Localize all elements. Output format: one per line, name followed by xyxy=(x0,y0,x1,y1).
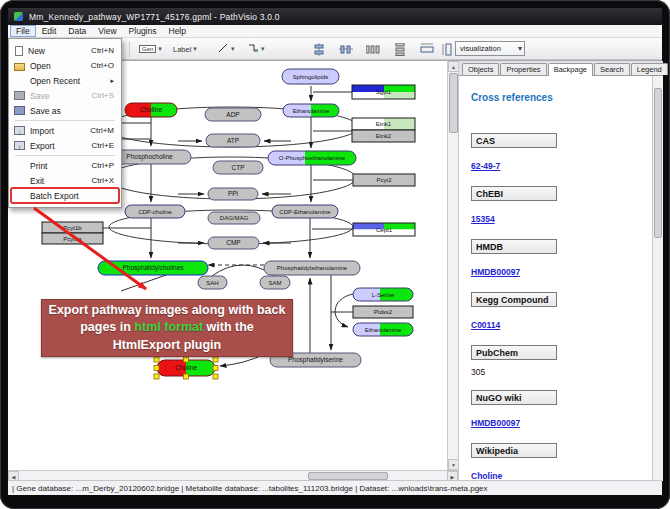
file-menu-item-new[interactable]: NewCtrl+N xyxy=(11,43,119,58)
menu-item-label: Open Recent xyxy=(30,76,100,86)
selection-handle[interactable] xyxy=(213,374,218,379)
pathway-node-sgpl1[interactable]: Sgpl1 xyxy=(352,85,415,99)
xref-link[interactable]: 15354 xyxy=(471,214,495,224)
xref-link[interactable]: HMDB00097 xyxy=(471,267,520,277)
pathway-node-o-phosphoethanolamine[interactable]: O-Phosphoethanolamine xyxy=(268,151,356,165)
file-menu-item-open-recent[interactable]: Open Recent▸ xyxy=(11,73,119,88)
saveas-icon xyxy=(14,106,25,115)
toolbar-separator xyxy=(129,41,130,57)
pathway-node-cept1[interactable]: Cept1 xyxy=(353,223,415,236)
distribute-horizontal-button[interactable] xyxy=(362,41,384,58)
open-icon xyxy=(14,63,25,71)
add-label-button[interactable]: Label xyxy=(170,41,200,57)
selection-handle[interactable] xyxy=(184,357,189,362)
menu-edit[interactable]: Edit xyxy=(36,25,63,37)
xref-link[interactable]: C00114 xyxy=(471,320,500,330)
file-menu-item-print[interactable]: PrintCtrl+P xyxy=(11,158,119,173)
pathway-node-sah[interactable]: SAH xyxy=(198,276,227,289)
selection-handle[interactable] xyxy=(154,357,159,362)
tab-backpage[interactable]: Backpage xyxy=(548,63,593,76)
node-label: Pcyt2 xyxy=(376,177,392,183)
selection-handle[interactable] xyxy=(154,374,159,379)
menu-item-label: Save as xyxy=(30,106,108,116)
menu-data[interactable]: Data xyxy=(62,25,92,37)
file-menu-item-batch-export[interactable]: Batch Export xyxy=(11,188,119,203)
pathway-node-sphingolipids[interactable]: Sphingolipids xyxy=(282,69,339,84)
file-menu-item-save[interactable]: SaveCtrl+S xyxy=(11,88,119,103)
panel-scroll-thumb[interactable] xyxy=(654,88,662,238)
pathway-node-ctp[interactable]: CTP xyxy=(213,161,263,174)
pathway-node-pcyt1b[interactable]: Pcyt1b xyxy=(42,222,103,233)
visualization-combobox[interactable]: visualization xyxy=(455,41,525,56)
pathway-node-adp[interactable]: ADP xyxy=(205,108,261,121)
pathway-node-dag-mag[interactable]: DAG/MAG xyxy=(208,212,260,224)
node-label: SAM xyxy=(268,280,281,286)
menu-item-label: Open xyxy=(30,61,85,71)
vscroll-thumb[interactable] xyxy=(449,73,458,133)
pathway-node-phosphatidylcholines[interactable]: Phosphatidylcholines xyxy=(98,261,208,275)
pathway-node-ptdss2[interactable]: Ptdss2 xyxy=(353,306,413,318)
menu-plugins[interactable]: Plugins xyxy=(123,25,163,37)
tab-search[interactable]: Search xyxy=(594,63,630,75)
selection-handle[interactable] xyxy=(213,366,218,371)
align-center-y-button[interactable] xyxy=(335,41,357,58)
canvas-vertical-scrollbar[interactable]: ▲ ▼ xyxy=(447,60,458,470)
pathway-node-sam[interactable]: SAM xyxy=(260,276,290,289)
xref-source-header: ChEBI xyxy=(471,186,557,201)
menu-file[interactable]: File xyxy=(10,25,36,37)
node-label: Pcyt1a xyxy=(63,236,82,242)
panel-scrollbar[interactable] xyxy=(652,76,663,481)
pathway-node-ethanolamine-top[interactable]: Ethanolamine xyxy=(283,104,339,117)
common-width-button[interactable] xyxy=(416,41,438,58)
file-menu-item-import[interactable]: ImportCtrl+M xyxy=(11,123,119,138)
pathway-node-pcyt2[interactable]: Pcyt2 xyxy=(353,174,415,186)
draw-line-button[interactable] xyxy=(214,41,238,57)
pathway-node-choline-selected[interactable]: Choline xyxy=(154,357,218,379)
xref-link[interactable]: 62-49-7 xyxy=(471,161,500,171)
file-menu-item-save-as[interactable]: Save as xyxy=(11,103,119,118)
file-menu-item-export[interactable]: ExportCtrl+E xyxy=(11,138,119,153)
menu-view[interactable]: View xyxy=(92,25,122,37)
node-label: CDP-Ethanolamine xyxy=(279,209,331,215)
align-center-x-button[interactable] xyxy=(308,41,330,58)
pathway-node-cdp-choline[interactable]: CDP-choline xyxy=(125,205,185,218)
pathway-node-ethanolamine-bottom[interactable]: Ethanolamine xyxy=(353,323,413,336)
menu-help[interactable]: Help xyxy=(163,25,192,37)
pathway-node-ppi[interactable]: PPi xyxy=(208,188,258,200)
node-label: SAH xyxy=(206,280,218,286)
pathway-node-atp[interactable]: ATP xyxy=(206,134,260,147)
menu-item-shortcut: Ctrl+P xyxy=(92,161,114,170)
file-menu-item-exit[interactable]: ExitCtrl+X xyxy=(11,173,119,188)
file-menu-item-open[interactable]: OpenCtrl+O xyxy=(11,58,119,73)
canvas-horizontal-scrollbar[interactable]: ◀ ▶ xyxy=(8,470,458,480)
distribute-vertical-button[interactable] xyxy=(389,41,411,58)
pathway-node-cdp-ethanolamine[interactable]: CDP-Ethanolamine xyxy=(272,205,338,218)
blank-icon xyxy=(14,176,25,186)
add-gene-datanode-button[interactable]: Gen xyxy=(136,41,165,57)
side-panel-tabs: ObjectsPropertiesBackpageSearchLegend xyxy=(459,61,663,76)
pathway-node-cmp[interactable]: CMP xyxy=(208,237,259,249)
tab-objects[interactable]: Objects xyxy=(462,63,499,75)
node-label: L-Serine xyxy=(372,292,395,298)
hscroll-thumb[interactable] xyxy=(308,472,388,480)
selection-handle[interactable] xyxy=(154,366,159,371)
screen-bezel: Mm_Kennedy_pathway_WP1771_45176.gpml - P… xyxy=(0,0,670,509)
tab-properties[interactable]: Properties xyxy=(500,63,546,75)
tab-legend[interactable]: Legend xyxy=(631,63,668,75)
xref-link[interactable]: HMDB00097 xyxy=(471,418,520,428)
pathway-node-etnk2[interactable]: Etnk2 xyxy=(352,130,415,142)
node-label: CDP-choline xyxy=(138,209,172,215)
node-label: CMP xyxy=(226,239,240,246)
pathway-node-phosphatidylethanolamine[interactable]: Phosphatidylethanolamine xyxy=(264,261,360,275)
draw-connector-button[interactable] xyxy=(244,41,268,57)
selection-handle[interactable] xyxy=(213,357,218,362)
xref-source-header: PubChem xyxy=(471,345,557,360)
node-label: Choline xyxy=(175,364,197,371)
pathway-node-l-serine[interactable]: L-Serine xyxy=(353,288,413,301)
pathway-node-choline-top[interactable]: Choline xyxy=(125,103,177,117)
xref-section-hmdb: HMDBHMDB00097 xyxy=(471,239,652,279)
selection-handle[interactable] xyxy=(184,374,189,379)
pathway-node-pcyt1a[interactable]: Pcyt1a xyxy=(42,233,103,244)
save-icon xyxy=(14,91,25,100)
pathway-node-etnk1[interactable]: Etnk1 xyxy=(352,118,415,130)
